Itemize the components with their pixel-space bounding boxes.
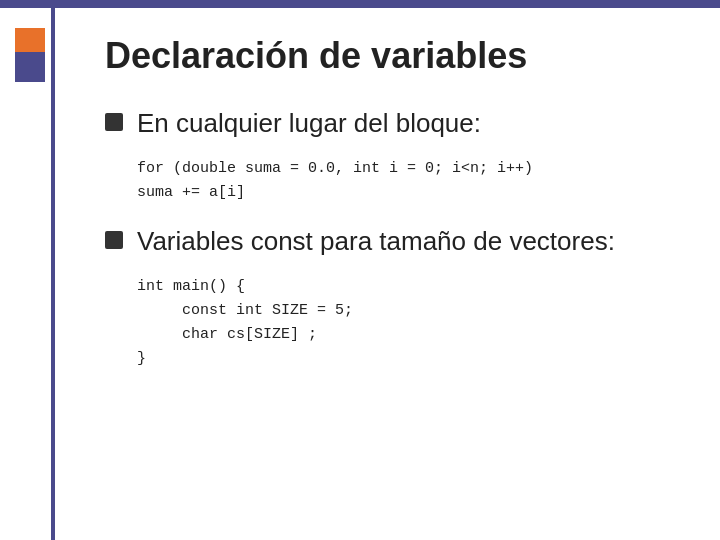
bullet-text-1: En cualquier lugar del bloque:: [137, 107, 481, 141]
bullet-text-2: Variables const para tamaño de vectores:: [137, 225, 615, 259]
bullet-section-2: Variables const para tamaño de vectores:…: [105, 225, 670, 371]
code-block-1: for (double suma = 0.0, int i = 0; i<n; …: [137, 157, 670, 205]
bullet-dot-1: [105, 113, 123, 131]
slide-content: Declaración de variables En cualquier lu…: [105, 35, 670, 371]
bullet-section-1: En cualquier lugar del bloque: for (doub…: [105, 107, 670, 205]
accent-block-dark: [15, 52, 45, 82]
bullet-item-2: Variables const para tamaño de vectores:: [105, 225, 670, 259]
slide: Declaración de variables En cualquier lu…: [0, 0, 720, 540]
bullet-item-1: En cualquier lugar del bloque:: [105, 107, 670, 141]
bullet-dot-2: [105, 231, 123, 249]
left-accent: [0, 0, 55, 540]
slide-title: Declaración de variables: [105, 35, 670, 77]
code-block-2: int main() { const int SIZE = 5; char cs…: [137, 275, 670, 371]
accent-line: [51, 0, 55, 540]
top-bar: [0, 0, 720, 8]
